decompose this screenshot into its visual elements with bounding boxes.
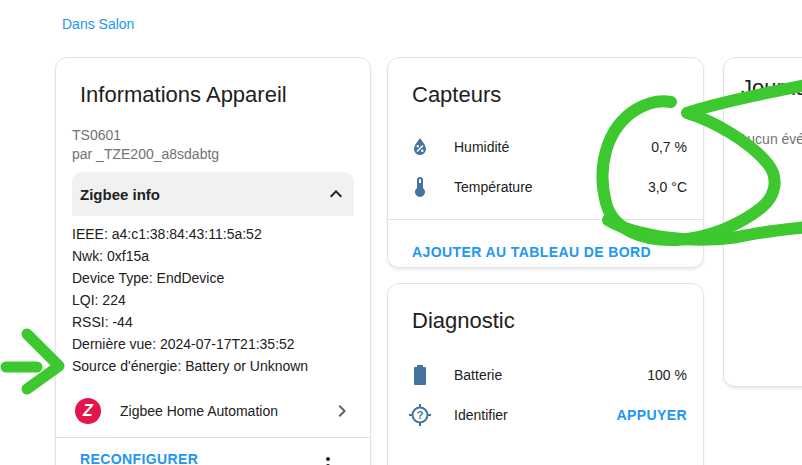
svg-text:?: ? xyxy=(417,409,424,421)
zigbee-detail-lqi: LQI: 224 xyxy=(72,289,354,311)
device-info-card: Informations Appareil TS0601 par _TZE200… xyxy=(55,57,371,465)
device-info-title: Informations Appareil xyxy=(56,58,370,107)
diagnostic-label: Identifier xyxy=(454,407,617,423)
sensor-label: Température xyxy=(454,179,648,195)
battery-icon xyxy=(408,363,432,387)
identify-press-button[interactable]: APPUYER xyxy=(617,407,687,423)
sensors-card: Capteurs Humidité 0,7 % Température 3,0 … xyxy=(387,57,704,268)
diagnostic-title: Diagnostic xyxy=(388,284,703,333)
chevron-right-icon xyxy=(330,399,354,423)
diagnostic-card: Diagnostic Batterie 100 % ? xyxy=(387,283,704,465)
device-manufacturer: par _TZE200_a8sdabtg xyxy=(72,145,354,164)
zigbee-detail-rssi: RSSI: -44 xyxy=(72,311,354,333)
crosshairs-question-icon: ? xyxy=(408,403,432,427)
integration-link-zha[interactable]: Z Zigbee Home Automation xyxy=(72,390,354,432)
thermometer-icon xyxy=(408,175,432,199)
zigbee-detail-device-type: Device Type: EndDevice xyxy=(72,267,354,289)
add-to-dashboard-button[interactable]: AJOUTER AU TABLEAU DE BORD xyxy=(412,244,651,260)
zigbee-info-expander[interactable]: Zigbee info xyxy=(72,172,354,216)
sensor-row-humidity[interactable]: Humidité 0,7 % xyxy=(388,127,703,167)
zigbee-detail-ieee: IEEE: a4:c1:38:84:43:11:5a:52 xyxy=(72,223,354,245)
zigbee-info-header: Zigbee info xyxy=(80,186,324,203)
sensor-row-temperature[interactable]: Température 3,0 °C xyxy=(388,167,703,207)
sensors-title: Capteurs xyxy=(388,58,703,107)
logbook-title: Journal xyxy=(724,58,802,100)
logbook-empty-message: Aucun événement xyxy=(738,131,802,147)
zigbee-detail-power-source: Source d'énergie: Battery or Unknown xyxy=(72,355,354,377)
zigbee-detail-last-seen: Dernière vue: 2024-07-17T21:35:52 xyxy=(72,333,354,355)
sensor-value: 0,7 % xyxy=(651,139,687,155)
water-percent-icon xyxy=(408,135,432,159)
reconfigure-button[interactable]: RECONFIGURER xyxy=(80,451,198,465)
zigbee-detail-nwk: Nwk: 0xf15a xyxy=(72,245,354,267)
device-model-manufacturer: TS0601 par _TZE200_a8sdabtg xyxy=(72,126,354,164)
diagnostic-label: Batterie xyxy=(454,367,647,383)
sensor-label: Humidité xyxy=(454,139,651,155)
overflow-menu-icon[interactable] xyxy=(316,454,340,465)
device-model: TS0601 xyxy=(72,126,354,145)
sensor-value: 3,0 °C xyxy=(648,179,687,195)
diagnostic-row-identify[interactable]: ? Identifier APPUYER xyxy=(388,395,703,435)
integration-label: Zigbee Home Automation xyxy=(120,403,330,419)
device-card-actions: RECONFIGURER xyxy=(56,438,370,465)
chevron-up-icon xyxy=(324,182,348,206)
zha-logo-icon: Z xyxy=(75,398,101,424)
zigbee-details-list: IEEE: a4:c1:38:84:43:11:5a:52 Nwk: 0xf15… xyxy=(72,223,354,377)
diagnostic-value: 100 % xyxy=(647,367,687,383)
diagnostic-row-battery[interactable]: Batterie 100 % xyxy=(388,355,703,395)
logbook-card: Journal Aucun événement xyxy=(723,57,802,387)
breadcrumb[interactable]: Dans Salon xyxy=(62,16,134,32)
